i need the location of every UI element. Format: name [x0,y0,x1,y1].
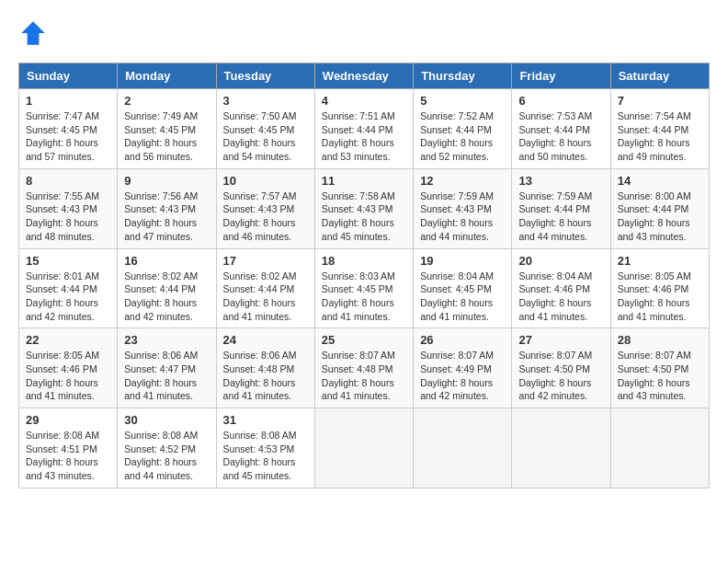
calendar-cell: 4 Sunrise: 7:51 AM Sunset: 4:44 PM Dayli… [314,89,413,169]
day-info: Sunrise: 8:04 AM Sunset: 4:46 PM Dayligh… [518,270,603,324]
daylight: Daylight: 8 hours and 43 minutes. [618,217,690,242]
day-number: 26 [420,333,505,347]
daylight: Daylight: 8 hours and 45 minutes. [322,217,394,242]
calendar-cell [414,408,512,488]
day-number: 16 [124,254,209,268]
day-number: 22 [26,333,110,347]
calendar-cell [512,408,610,488]
daylight: Daylight: 8 hours and 42 minutes. [124,297,197,322]
sunset: Sunset: 4:45 PM [223,124,295,135]
week-row-5: 29 Sunrise: 8:08 AM Sunset: 4:51 PM Dayl… [19,408,710,488]
sunrise: Sunrise: 8:04 AM [518,270,592,282]
week-row-2: 8 Sunrise: 7:55 AM Sunset: 4:43 PM Dayli… [19,168,710,248]
sunset: Sunset: 4:49 PM [420,363,492,374]
day-info: Sunrise: 8:08 AM Sunset: 4:51 PM Dayligh… [26,429,110,483]
daylight: Daylight: 8 hours and 41 minutes. [322,297,394,322]
daylight: Daylight: 8 hours and 43 minutes. [26,456,98,481]
calendar-cell: 5 Sunrise: 7:52 AM Sunset: 4:44 PM Dayli… [414,89,512,169]
day-number: 18 [322,254,406,268]
daylight: Daylight: 8 hours and 41 minutes. [223,377,296,402]
daylight: Daylight: 8 hours and 45 minutes. [223,456,296,481]
day-info: Sunrise: 7:47 AM Sunset: 4:45 PM Dayligh… [26,109,110,164]
day-number: 13 [518,174,603,188]
daylight: Daylight: 8 hours and 43 minutes. [618,377,690,402]
sunrise: Sunrise: 7:49 AM [124,110,198,121]
sunset: Sunset: 4:44 PM [518,203,590,214]
day-number: 8 [26,174,110,188]
daylight: Daylight: 8 hours and 56 minutes. [124,137,197,162]
sunrise: Sunrise: 8:07 AM [518,350,592,361]
calendar-cell [610,408,709,488]
sunset: Sunset: 4:52 PM [124,443,196,454]
day-number: 10 [223,174,308,188]
calendar-cell: 2 Sunrise: 7:49 AM Sunset: 4:45 PM Dayli… [118,89,216,169]
day-info: Sunrise: 7:52 AM Sunset: 4:44 PM Dayligh… [420,109,505,164]
daylight: Daylight: 8 hours and 41 minutes. [518,297,591,322]
day-info: Sunrise: 8:07 AM Sunset: 4:48 PM Dayligh… [322,349,406,403]
sunrise: Sunrise: 8:08 AM [26,430,99,441]
logo-icon [18,18,48,48]
daylight: Daylight: 8 hours and 44 minutes. [124,456,197,481]
sunset: Sunset: 4:46 PM [618,283,689,294]
header [18,18,710,48]
sunset: Sunset: 4:43 PM [26,203,97,214]
calendar-cell: 24 Sunrise: 8:06 AM Sunset: 4:48 PM Dayl… [216,328,314,408]
calendar-cell: 9 Sunrise: 7:56 AM Sunset: 4:43 PM Dayli… [118,168,216,248]
day-number: 5 [420,94,505,108]
day-info: Sunrise: 7:59 AM Sunset: 4:44 PM Dayligh… [518,190,603,244]
sunrise: Sunrise: 8:03 AM [322,270,395,282]
day-number: 6 [518,94,603,108]
calendar-cell: 16 Sunrise: 8:02 AM Sunset: 4:44 PM Dayl… [118,248,216,328]
week-row-1: 1 Sunrise: 7:47 AM Sunset: 4:45 PM Dayli… [19,89,710,169]
calendar-cell: 11 Sunrise: 7:58 AM Sunset: 4:43 PM Dayl… [314,168,413,248]
day-info: Sunrise: 8:00 AM Sunset: 4:44 PM Dayligh… [618,190,702,244]
sunrise: Sunrise: 7:53 AM [518,110,592,121]
sunset: Sunset: 4:44 PM [618,203,689,214]
sunset: Sunset: 4:44 PM [618,124,689,135]
day-info: Sunrise: 7:53 AM Sunset: 4:44 PM Dayligh… [518,109,603,164]
calendar-cell: 10 Sunrise: 7:57 AM Sunset: 4:43 PM Dayl… [216,168,314,248]
day-info: Sunrise: 8:06 AM Sunset: 4:47 PM Dayligh… [124,349,209,403]
sunset: Sunset: 4:43 PM [124,203,196,214]
day-number: 1 [26,94,110,108]
sunrise: Sunrise: 7:55 AM [26,190,99,201]
sunset: Sunset: 4:43 PM [420,203,492,214]
daylight: Daylight: 8 hours and 41 minutes. [420,297,493,322]
sunset: Sunset: 4:44 PM [322,124,393,135]
daylight: Daylight: 8 hours and 42 minutes. [420,377,493,402]
daylight: Daylight: 8 hours and 44 minutes. [420,217,493,242]
sunset: Sunset: 4:44 PM [124,283,196,294]
sunset: Sunset: 4:48 PM [223,363,295,374]
calendar: SundayMondayTuesdayWednesdayThursdayFrid… [18,63,710,488]
day-info: Sunrise: 8:02 AM Sunset: 4:44 PM Dayligh… [223,270,308,324]
day-number: 3 [223,94,308,108]
calendar-cell: 15 Sunrise: 8:01 AM Sunset: 4:44 PM Dayl… [19,248,118,328]
day-info: Sunrise: 7:59 AM Sunset: 4:43 PM Dayligh… [420,190,505,244]
sunset: Sunset: 4:43 PM [223,203,295,214]
sunset: Sunset: 4:45 PM [124,124,196,135]
daylight: Daylight: 8 hours and 44 minutes. [518,217,591,242]
week-row-4: 22 Sunrise: 8:05 AM Sunset: 4:46 PM Dayl… [19,328,710,408]
daylight: Daylight: 8 hours and 47 minutes. [124,217,197,242]
day-info: Sunrise: 8:07 AM Sunset: 4:50 PM Dayligh… [618,349,702,403]
calendar-cell: 1 Sunrise: 7:47 AM Sunset: 4:45 PM Dayli… [19,89,118,169]
sunrise: Sunrise: 8:04 AM [420,270,494,282]
daylight: Daylight: 8 hours and 50 minutes. [518,137,591,162]
daylight: Daylight: 8 hours and 52 minutes. [420,137,493,162]
daylight: Daylight: 8 hours and 49 minutes. [618,137,690,162]
day-number: 25 [322,333,406,347]
day-number: 2 [124,94,209,108]
day-info: Sunrise: 7:54 AM Sunset: 4:44 PM Dayligh… [618,109,702,164]
daylight: Daylight: 8 hours and 57 minutes. [26,137,98,162]
sunset: Sunset: 4:45 PM [420,283,492,294]
calendar-cell: 19 Sunrise: 8:04 AM Sunset: 4:45 PM Dayl… [414,248,512,328]
day-info: Sunrise: 8:08 AM Sunset: 4:52 PM Dayligh… [124,429,209,483]
sunset: Sunset: 4:43 PM [322,203,393,214]
day-info: Sunrise: 8:06 AM Sunset: 4:48 PM Dayligh… [223,349,308,403]
calendar-cell: 21 Sunrise: 8:05 AM Sunset: 4:46 PM Dayl… [610,248,709,328]
day-info: Sunrise: 8:05 AM Sunset: 4:46 PM Dayligh… [26,349,110,403]
day-info: Sunrise: 8:05 AM Sunset: 4:46 PM Dayligh… [618,270,702,324]
day-number: 20 [518,254,603,268]
day-number: 28 [618,333,702,347]
day-number: 4 [322,94,406,108]
